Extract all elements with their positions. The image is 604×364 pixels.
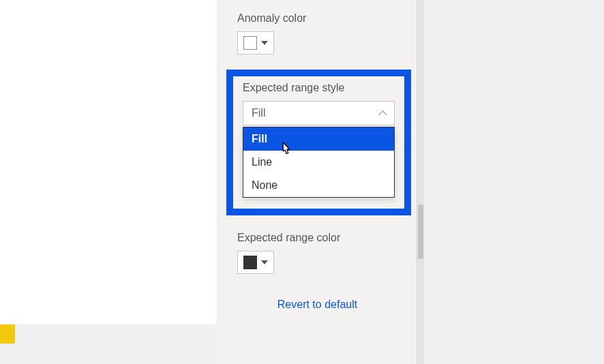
dropdown-option-none[interactable]: None — [243, 174, 394, 197]
revert-to-default-link[interactable]: Revert to default — [218, 299, 417, 311]
expected-range-style-label: Expected range style — [243, 82, 395, 94]
status-strip — [0, 324, 15, 344]
range-style-dropdown-list: Fill Line None — [243, 127, 395, 198]
swatch-icon — [243, 256, 257, 269]
highlight-annotation: Expected range style Fill Fill Line None — [226, 70, 411, 215]
anomaly-color-section: Anomaly color — [218, 0, 417, 55]
range-style-value: Fill — [252, 107, 265, 119]
chevron-up-icon — [378, 110, 387, 119]
range-style-dropdown[interactable]: Fill — [243, 101, 395, 125]
dropdown-option-line[interactable]: Line — [243, 151, 394, 174]
expected-range-color-picker[interactable] — [237, 251, 274, 274]
caret-down-icon — [261, 41, 268, 45]
format-panel: Anomaly color Expected range style Fill … — [218, 0, 417, 364]
dropdown-option-fill[interactable]: Fill — [243, 127, 394, 151]
panel-scrollbar-track[interactable] — [417, 0, 424, 364]
report-canvas — [0, 0, 217, 324]
caret-down-icon — [261, 260, 268, 264]
panel-scrollbar-thumb[interactable] — [418, 204, 423, 259]
anomaly-color-label: Anomaly color — [237, 12, 417, 25]
anomaly-color-picker[interactable] — [237, 31, 274, 55]
swatch-icon — [243, 36, 257, 50]
expected-range-color-label: Expected range color — [237, 232, 417, 244]
expected-range-color-section: Expected range color — [218, 232, 417, 274]
